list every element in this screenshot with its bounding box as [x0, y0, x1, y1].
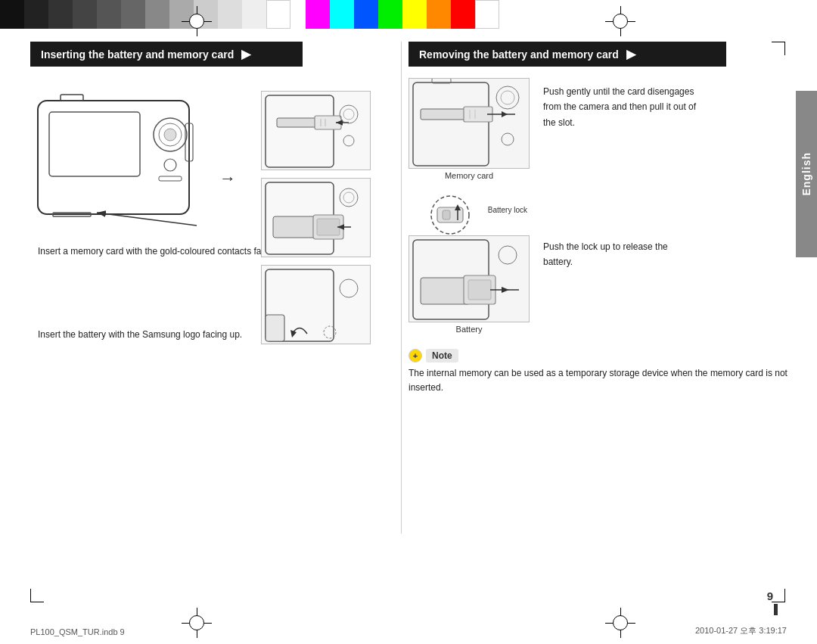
right-section: Removing the battery and memory card ▶ [408, 42, 794, 534]
color-block [121, 0, 145, 29]
page-number-bar [774, 604, 778, 615]
note-header: + Note [408, 349, 794, 362]
right-header-title: Removing the battery and memory card [419, 48, 619, 61]
svg-point-7 [164, 159, 176, 171]
color-strip-right [306, 0, 499, 29]
color-block [73, 0, 97, 29]
svg-point-44 [501, 91, 514, 104]
memory-card-image-wrap: Memory card [408, 78, 530, 180]
crosshair-top-left [182, 6, 212, 36]
color-block-orange [427, 0, 451, 29]
memory-card-label: Memory card [445, 171, 493, 180]
page-number: 9 [767, 590, 773, 602]
svg-point-34 [340, 279, 358, 297]
bottom-right-text: 2010-01-27 오후 3:19:17 [695, 625, 787, 636]
color-block-green [378, 0, 402, 29]
svg-rect-0 [38, 101, 189, 214]
svg-point-19 [340, 105, 358, 123]
color-block [24, 0, 48, 29]
svg-point-20 [343, 109, 354, 120]
left-section: Inserting the battery and memory card ▶ [30, 42, 393, 534]
battery-removal-image [408, 235, 530, 322]
left-header-arrow: ▶ [241, 47, 250, 61]
english-sidebar: English [796, 91, 817, 257]
color-block-red [451, 0, 475, 29]
remove-memory-card-area: Memory card Push gently until the card d… [408, 78, 794, 180]
color-block-white [475, 0, 499, 29]
color-block-cyan [330, 0, 354, 29]
battery-lock-label: Battery lock [486, 205, 530, 215]
svg-point-45 [502, 133, 514, 145]
svg-point-29 [343, 192, 354, 203]
step-image-3 [261, 265, 371, 344]
right-header-arrow: ▶ [626, 47, 635, 61]
step-svg-3 [262, 266, 371, 344]
svg-point-59 [499, 246, 517, 264]
svg-point-43 [496, 86, 519, 109]
remove-memory-description: Push gently until the card disengages fr… [543, 78, 702, 130]
svg-rect-31 [266, 315, 284, 341]
section-divider [401, 42, 402, 534]
svg-rect-25 [317, 219, 340, 235]
svg-rect-49 [443, 210, 450, 219]
left-section-header: Inserting the battery and memory card ▶ [30, 42, 303, 67]
sidebar-language-label: English [800, 152, 812, 196]
battery-image-wrap: Battery lock [408, 194, 530, 334]
color-block-blue [354, 0, 378, 29]
crosshair-bottom-right [605, 608, 635, 638]
color-block [97, 0, 121, 29]
camera-to-steps-arrow: → [219, 169, 236, 188]
color-block-magenta [306, 0, 330, 29]
memory-card-removal-svg [409, 79, 530, 169]
svg-rect-35 [413, 82, 489, 166]
color-block [242, 0, 266, 29]
note-icon: + [408, 349, 422, 362]
camera-svg [30, 78, 227, 229]
step-image-2 [261, 178, 371, 257]
color-block [218, 0, 242, 29]
color-block [266, 0, 290, 29]
note-label: Note [426, 349, 458, 362]
svg-rect-55 [468, 280, 491, 300]
battery-removal-svg [409, 236, 530, 322]
battery-lock-area: Battery lock [408, 194, 530, 235]
svg-rect-8 [159, 176, 182, 181]
svg-point-28 [340, 188, 358, 207]
color-block-yellow [402, 0, 427, 29]
remove-battery-area: Battery lock [408, 194, 794, 334]
main-content: Inserting the battery and memory card ▶ [30, 42, 787, 602]
color-strip-left [0, 0, 290, 29]
svg-rect-36 [421, 109, 470, 120]
svg-rect-23 [273, 216, 318, 238]
crosshair-bottom-left [182, 608, 212, 638]
svg-rect-53 [421, 278, 470, 304]
svg-rect-1 [49, 112, 140, 176]
crosshair-top-right [605, 6, 635, 36]
color-block [48, 0, 73, 29]
memory-card-removal-image [408, 78, 530, 169]
svg-point-4 [164, 129, 176, 141]
battery-label: Battery [456, 325, 483, 334]
svg-rect-13 [277, 118, 318, 127]
top-color-bar [0, 0, 817, 29]
color-block [145, 0, 169, 29]
step-image-1 [261, 91, 371, 170]
step-svg-2 [262, 179, 371, 257]
svg-point-21 [343, 135, 354, 146]
instruction-text-2: Insert the battery with the Samsung logo… [38, 328, 242, 342]
color-block [0, 0, 24, 29]
step-svg-1 [262, 92, 371, 170]
instruction-text-1: Insert a memory card with the gold-colou… [38, 244, 294, 259]
step-images [261, 91, 371, 344]
bottom-left-text: PL100_QSM_TUR.indb 9 [30, 627, 125, 636]
svg-marker-32 [290, 330, 297, 338]
right-section-header: Removing the battery and memory card ▶ [408, 42, 726, 67]
svg-rect-5 [61, 95, 83, 101]
battery-description: Push the lock up to release the battery. [543, 194, 694, 270]
svg-rect-12 [266, 95, 334, 167]
note-section: + Note The internal memory can be used a… [408, 349, 794, 395]
left-header-title: Inserting the battery and memory card [41, 48, 234, 61]
note-text: The internal memory can be used as a tem… [408, 366, 794, 395]
